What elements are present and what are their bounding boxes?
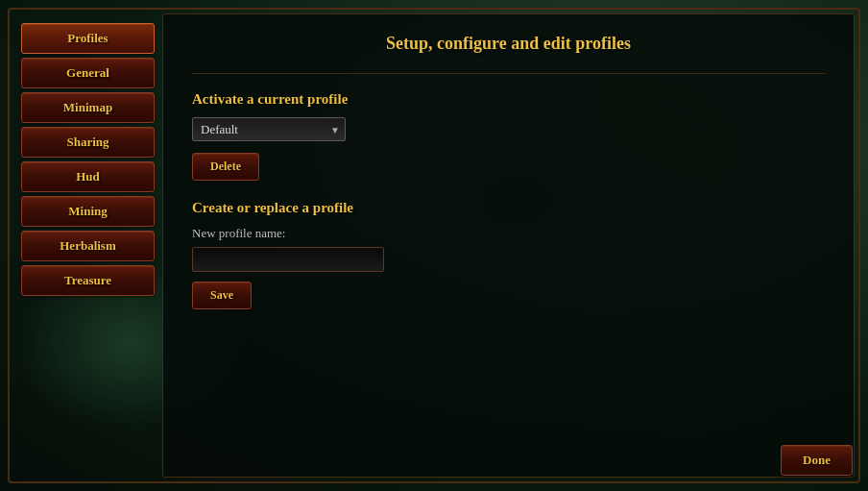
save-button[interactable]: Save [192,282,252,309]
activate-section-title: Activate a current profile [192,91,825,108]
title-divider [192,73,825,74]
sidebar-item-herbalism[interactable]: Herbalism [21,231,155,261]
activate-section: Activate a current profile Default ▼ Del… [192,91,825,181]
page-title: Setup, configure and edit profiles [192,34,825,54]
done-button[interactable]: Done [781,445,853,476]
sidebar-item-general[interactable]: General [21,58,155,88]
sidebar-item-hud[interactable]: Hud [21,161,155,192]
sidebar-item-sharing[interactable]: Sharing [21,127,155,158]
main-content-area: Setup, configure and edit profiles Activ… [162,13,855,478]
sidebar-item-profiles[interactable]: Profiles [21,23,155,54]
profile-dropdown-wrapper: Default ▼ [192,117,346,141]
new-profile-input[interactable] [192,247,384,272]
sidebar-item-minimap[interactable]: Minimap [21,92,155,123]
profile-dropdown[interactable]: Default [192,117,346,141]
dropdown-container: Default ▼ [192,117,825,141]
create-section: Create or replace a profile New profile … [192,200,825,309]
new-profile-label: New profile name: [192,226,825,241]
sidebar-item-mining[interactable]: Mining [21,196,155,227]
create-section-title: Create or replace a profile [192,200,825,216]
delete-button[interactable]: Delete [192,153,259,181]
sidebar-item-treasure[interactable]: Treasure [21,265,155,296]
main-dialog: Profiles General Minimap Sharing Hud Min… [13,13,855,478]
sidebar: Profiles General Minimap Sharing Hud Min… [13,13,162,478]
